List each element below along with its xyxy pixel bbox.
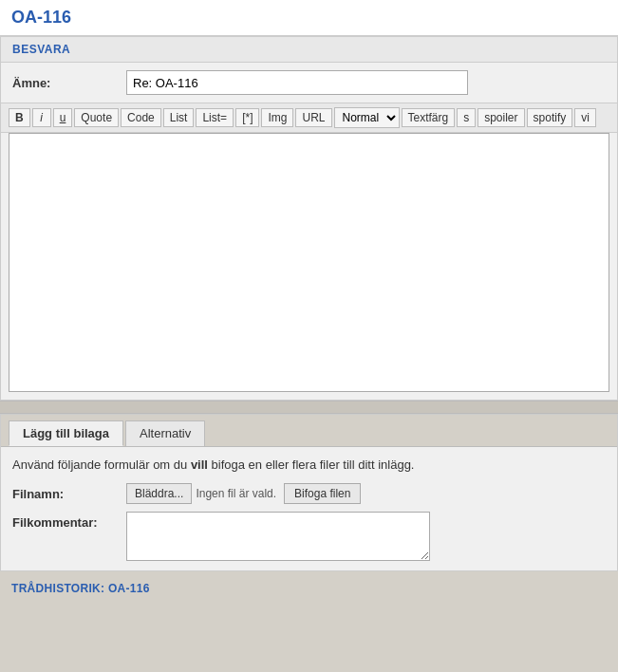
editor-area (9, 133, 609, 392)
subject-input[interactable] (126, 70, 468, 95)
spotify-button[interactable]: spotify (527, 108, 573, 127)
editor-textarea[interactable] (13, 138, 605, 384)
subject-row: Ämne: (1, 63, 617, 103)
trad-footer-text: TRÅDHISTORIK: OA-116 (11, 582, 150, 595)
strikethrough-button[interactable]: s (457, 108, 476, 127)
trad-footer: TRÅDHISTORIK: OA-116 (0, 575, 618, 601)
tab-content: Använd följande formulär om du vill bifo… (1, 446, 617, 570)
normal-select[interactable]: Normal (334, 107, 400, 128)
img-button[interactable]: Img (261, 108, 293, 127)
textfarg-button[interactable]: Textfärg (402, 108, 456, 127)
comment-row: Filkommentar: (12, 512, 606, 561)
url-button[interactable]: URL (295, 108, 331, 127)
editor-toolbar: B i u Quote Code List List= [*] Img URL … (1, 103, 617, 133)
italic-button[interactable]: i (32, 108, 51, 127)
filename-row: Filnamn: Bläddra... Ingen fil är vald. B… (12, 483, 606, 504)
list-button[interactable]: List (163, 108, 195, 127)
attachment-description: Använd följande formulär om du vill bifo… (12, 457, 606, 474)
underline-button[interactable]: u (53, 108, 73, 127)
page-title: OA-116 (0, 0, 618, 36)
bifoga-button[interactable]: Bifoga filen (284, 483, 361, 504)
attachment-section: Lägg till bilaga Alternativ Använd följa… (0, 414, 618, 571)
quote-button[interactable]: Quote (74, 108, 119, 127)
vi-button[interactable]: vi (574, 108, 596, 127)
comment-label: Filkommentar: (12, 512, 126, 530)
filename-label: Filnamn: (12, 487, 126, 501)
spoiler-button[interactable]: spoiler (478, 108, 524, 127)
tabs-row: Lägg till bilaga Alternativ (1, 415, 617, 446)
browse-button[interactable]: Bläddra... (126, 483, 192, 504)
divider (0, 401, 618, 414)
list-eq-button[interactable]: List= (196, 108, 234, 127)
bold-button[interactable]: B (9, 108, 30, 127)
besvara-section: BESVARA Ämne: B i u Quote Code List List… (0, 36, 618, 401)
tab-add-attachment[interactable]: Lägg till bilaga (9, 420, 123, 446)
besvara-header: BESVARA (1, 37, 617, 63)
tab-alternativ[interactable]: Alternativ (125, 420, 205, 446)
subject-label: Ämne: (12, 76, 126, 90)
comment-textarea[interactable] (126, 512, 430, 561)
code-button[interactable]: Code (121, 108, 161, 127)
bracket-button[interactable]: [*] (235, 108, 259, 127)
no-file-text: Ingen fil är vald. (196, 487, 276, 500)
